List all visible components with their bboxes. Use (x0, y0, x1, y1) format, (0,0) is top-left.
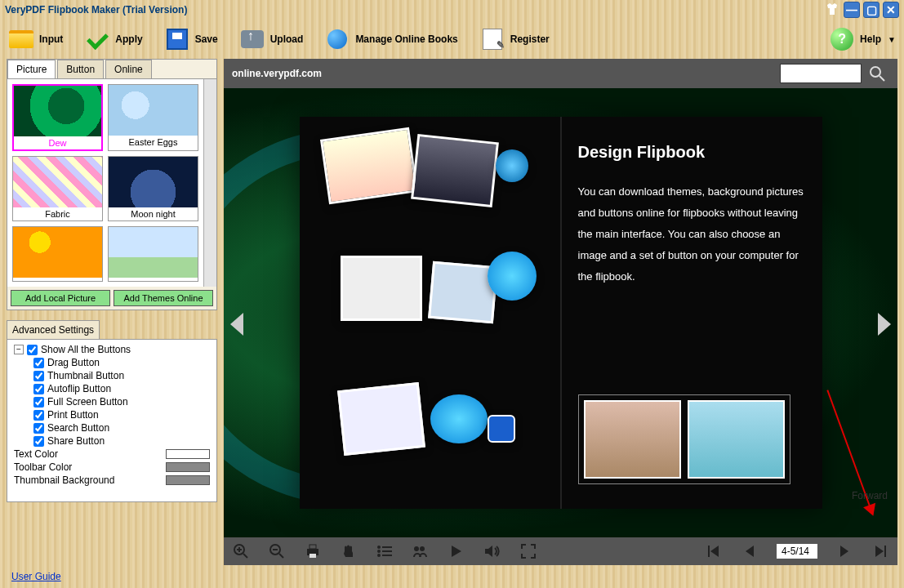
shirt-icon[interactable] (824, 2, 840, 18)
svg-rect-11 (309, 554, 316, 558)
settings-label: Print Button (47, 409, 99, 421)
text-color-label: Text Color (14, 448, 58, 460)
minimize-button[interactable]: — (844, 2, 860, 18)
search-button[interactable] (865, 62, 889, 85)
theme-label: Fabric (13, 207, 102, 220)
toolbar-color-label: Toolbar Color (14, 461, 72, 473)
svg-marker-20 (452, 546, 461, 557)
search-input[interactable] (780, 64, 862, 83)
tree-collapse-icon[interactable]: − (14, 345, 24, 354)
show-all-buttons-label: Show All the Buttons (41, 344, 131, 355)
theme-thumbnail (109, 227, 198, 278)
settings-checkbox[interactable] (33, 358, 44, 368)
upload-button[interactable]: Upload (239, 28, 304, 51)
settings-label: Thumbnail Button (47, 370, 124, 381)
upload-icon (241, 30, 264, 48)
svg-rect-27 (884, 546, 886, 557)
svg-rect-13 (382, 546, 392, 548)
svg-rect-17 (382, 555, 392, 556)
svg-point-0 (871, 67, 880, 77)
input-label: Input (39, 33, 63, 45)
page-screenshot-strip (578, 394, 790, 484)
settings-checkbox[interactable] (33, 397, 44, 408)
manage-label: Manage Online Books (355, 33, 457, 45)
add-local-picture-button[interactable]: Add Local Picture (11, 290, 110, 306)
theme-mill[interactable] (108, 226, 198, 282)
prev-page-icon[interactable] (741, 542, 759, 560)
preview-stage: Design Flipbook You can download themes,… (224, 88, 897, 537)
toolbar-color-swatch[interactable] (166, 462, 210, 472)
close-button[interactable]: ✕ (883, 2, 899, 18)
book-left-page (300, 117, 562, 509)
save-icon (167, 29, 188, 50)
page-prev-arrow[interactable] (230, 313, 243, 336)
zoom-in-icon[interactable] (232, 542, 250, 560)
sound-icon[interactable] (483, 542, 501, 560)
settings-label: Drag Button (47, 357, 100, 368)
settings-checkbox[interactable] (33, 371, 44, 381)
svg-rect-10 (309, 545, 316, 549)
theme-moon[interactable]: Moon night (108, 156, 198, 221)
next-page-icon[interactable] (835, 542, 853, 560)
last-page-icon[interactable] (871, 542, 889, 560)
svg-point-16 (377, 554, 381, 557)
save-button[interactable]: Save (164, 28, 218, 51)
maximize-button[interactable]: ▢ (863, 2, 880, 18)
share-icon[interactable] (412, 542, 430, 560)
theme-tabs: Picture Button Online (7, 60, 216, 79)
drag-hand-icon[interactable] (340, 542, 358, 560)
play-icon[interactable] (448, 542, 465, 560)
help-label: Help (860, 33, 881, 45)
register-button[interactable]: Register (479, 28, 550, 51)
theme-dew[interactable]: Dew (12, 84, 103, 151)
themes-scrollbar[interactable] (203, 79, 216, 287)
text-color-swatch[interactable] (166, 449, 210, 459)
collage-image (488, 415, 515, 443)
thumbnail-bg-label: Thumbnail Background (14, 474, 114, 486)
theme-sun[interactable] (12, 226, 103, 282)
tab-picture[interactable]: Picture (7, 60, 56, 78)
settings-row: Drag Button (11, 356, 213, 369)
tab-online[interactable]: Online (105, 60, 152, 78)
flipbook[interactable]: Design Flipbook You can download themes,… (300, 117, 822, 509)
svg-marker-23 (710, 546, 719, 557)
apply-button[interactable]: Apply (84, 28, 142, 51)
page-indicator[interactable]: 4-5/14 (777, 544, 817, 559)
theme-thumbnail (109, 85, 198, 136)
input-button[interactable]: Input (8, 28, 63, 51)
globe-icon (327, 29, 347, 49)
settings-row: Autoflip Button (11, 382, 213, 395)
tab-button[interactable]: Button (57, 60, 104, 78)
svg-rect-15 (382, 550, 392, 552)
themes-panel: Picture Button Online DewEaster EggsFabr… (7, 59, 217, 310)
advanced-settings-body: − Show All the Buttons Drag ButtonThumbn… (7, 339, 217, 502)
first-page-icon[interactable] (705, 542, 723, 560)
settings-row: Print Button (11, 408, 213, 421)
fullscreen-icon[interactable] (519, 542, 537, 560)
page-next-arrow[interactable] (878, 313, 891, 336)
settings-row: Search Button (11, 421, 213, 434)
user-guide-link[interactable]: User Guide (11, 571, 61, 582)
settings-row: Share Button (11, 434, 213, 448)
advanced-settings-title: Advanced Settings (7, 320, 100, 340)
svg-rect-22 (708, 546, 710, 557)
advanced-settings-panel: Advanced Settings − Show All the Buttons… (7, 320, 217, 502)
settings-checkbox[interactable] (33, 423, 44, 434)
settings-checkbox[interactable] (33, 384, 44, 394)
help-button[interactable]: ? Help ▼ (829, 28, 896, 51)
manage-online-button[interactable]: Manage Online Books (324, 28, 457, 51)
settings-checkbox[interactable] (33, 436, 44, 447)
add-themes-online-button[interactable]: Add Themes Online (114, 290, 213, 306)
settings-checkbox[interactable] (33, 410, 44, 421)
collage-image (319, 127, 417, 205)
zoom-out-icon[interactable] (268, 542, 286, 560)
theme-fabric[interactable]: Fabric (12, 156, 103, 221)
theme-thumbnail (13, 227, 102, 278)
preview-url: online.verypdf.com (232, 68, 322, 79)
thumbnails-icon[interactable] (376, 542, 394, 560)
print-icon[interactable] (304, 542, 322, 560)
thumbnail-bg-swatch[interactable] (166, 475, 210, 485)
theme-eggs[interactable]: Easter Eggs (108, 84, 198, 151)
show-all-buttons-checkbox[interactable] (27, 345, 38, 355)
collage-image (337, 382, 425, 456)
